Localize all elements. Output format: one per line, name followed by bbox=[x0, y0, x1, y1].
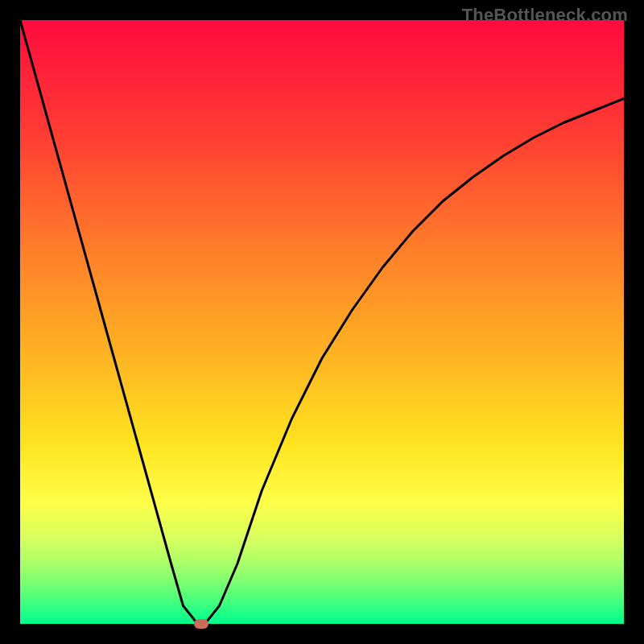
chart-container: TheBottleneck.com bbox=[0, 0, 644, 644]
bottleneck-curve bbox=[20, 20, 624, 624]
curve-svg bbox=[20, 20, 624, 624]
plot-area bbox=[20, 20, 624, 624]
optimal-point-marker bbox=[194, 619, 208, 629]
brand-watermark: TheBottleneck.com bbox=[462, 5, 628, 26]
